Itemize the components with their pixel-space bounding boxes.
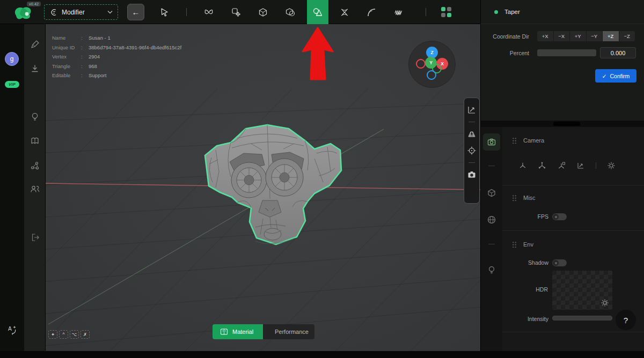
world-tab-icon[interactable] — [487, 215, 496, 225]
object-tab-icon[interactable] — [487, 188, 496, 198]
shadow-toggle-off[interactable] — [552, 259, 567, 266]
taper-icon — [312, 7, 323, 18]
help-button[interactable]: ? — [616, 310, 636, 330]
download-icon[interactable] — [30, 64, 40, 73]
boolean-tool-button[interactable] — [280, 0, 301, 24]
hdr-gear-icon[interactable] — [601, 299, 609, 307]
camera-axis-icon-2[interactable] — [538, 161, 546, 170]
taper-panel-title: Taper — [504, 9, 520, 15]
info-row: Name:Susan - 1 — [52, 33, 181, 43]
deform-tool-button[interactable] — [198, 0, 219, 24]
camera-section-header[interactable]: Camera — [512, 137, 544, 144]
library-grid-button[interactable] — [435, 0, 457, 24]
cube-icon — [258, 7, 268, 18]
material-icon — [220, 328, 228, 335]
bend-tool-button[interactable] — [361, 0, 382, 24]
shadow-label: Shadow — [502, 259, 548, 266]
dir-minus-z[interactable]: −Z — [619, 31, 635, 41]
measure-axis-icon[interactable] — [467, 105, 477, 115]
dir-minus-x[interactable]: −X — [554, 31, 570, 41]
misc-section-header[interactable]: Misc — [512, 195, 536, 201]
hdr-swatch[interactable] — [552, 271, 612, 310]
properties-tab-strip — [481, 127, 502, 351]
noise-icon — [393, 7, 404, 18]
twist-icon — [339, 7, 350, 18]
info-row: Editable:Support — [52, 71, 181, 80]
dir-plus-y[interactable]: +Y — [570, 31, 586, 41]
transform-tool-button[interactable] — [225, 0, 247, 24]
tab-material[interactable]: Material — [213, 324, 263, 339]
fps-label: FPS — [502, 213, 548, 220]
back-arrow-icon: ← — [132, 8, 140, 17]
grid-plane-icon[interactable] — [467, 129, 477, 139]
camera-tab-active[interactable] — [483, 133, 500, 151]
info-row: Triangle:968 — [52, 62, 181, 71]
toolbar-divider — [469, 122, 475, 122]
grid-dots-icon — [441, 7, 451, 17]
pen-tool-icon[interactable] — [30, 40, 40, 49]
back-button[interactable]: ← — [127, 4, 144, 20]
orientation-gizmo[interactable]: Z Y X — [408, 41, 456, 88]
language-icon[interactable]: A — [7, 325, 17, 335]
intensity-label: Intensity — [502, 316, 548, 322]
modifier-icon — [50, 9, 57, 16]
camera-axis-icon-3[interactable] — [557, 161, 566, 170]
logout-icon[interactable] — [30, 233, 40, 242]
vip-badge[interactable]: VIP — [5, 81, 19, 88]
render-mode-tabs: Material Performance — [213, 324, 314, 339]
object-info-panel: Name:Susan - 1 Unique ID:38b6d794-37a8-4… — [52, 33, 181, 80]
confirm-button[interactable]: ✓ Confirm — [595, 69, 636, 83]
dir-minus-y[interactable]: −Y — [587, 31, 603, 41]
drag-handle-icon[interactable] — [512, 241, 517, 248]
focus-crosshair-icon[interactable] — [467, 146, 477, 155]
viewport-3d[interactable]: Name:Susan - 1 Unique ID:38b6d794-37a8-4… — [46, 24, 480, 351]
chin — [264, 228, 281, 240]
suzanne-model[interactable] — [200, 122, 345, 251]
dir-plus-x[interactable]: +X — [537, 31, 553, 41]
camera-axis-icon-1[interactable] — [518, 161, 527, 170]
version-badge: v0.42 — [27, 2, 41, 6]
modifier-dropdown[interactable]: Modifier — [44, 4, 118, 20]
mesh-tool-button[interactable] — [252, 0, 274, 24]
bend-icon — [366, 7, 377, 18]
gizmo-z-negative[interactable] — [427, 70, 436, 80]
avatar[interactable]: g — [5, 52, 19, 66]
hotkey-alt: ⌥ — [70, 330, 79, 339]
toolbar-divider — [426, 8, 426, 16]
lamp-icon[interactable] — [30, 112, 40, 122]
camera-snapshot-icon[interactable] — [467, 170, 477, 180]
camera-axis-icon-4[interactable] — [576, 161, 585, 170]
hdr-label: HDR — [502, 286, 548, 293]
toolbar-divider — [469, 162, 475, 163]
taper-panel-header: Taper — [481, 0, 644, 24]
modifier-panel: Taper Coordinate Dir +X −X +Y −Y +Z −Z P… — [480, 0, 644, 351]
strip-divider — [488, 166, 495, 166]
noise-tool-button[interactable] — [388, 0, 409, 24]
camera-tab-icon — [487, 137, 496, 147]
env-section-header[interactable]: Env — [512, 241, 533, 248]
cube-circle-icon — [285, 7, 296, 18]
coordinate-dir-segmented: +X −X +Y −Y +Z −Z — [537, 31, 635, 41]
tab-performance[interactable]: Performance — [263, 324, 314, 339]
users-icon[interactable] — [30, 184, 40, 194]
chevron-down-icon — [107, 10, 113, 14]
light-tab-icon[interactable] — [487, 265, 496, 275]
percent-slider[interactable] — [537, 49, 596, 56]
drag-handle-icon[interactable] — [512, 195, 517, 201]
drag-handle-icon[interactable] — [512, 137, 517, 144]
fps-toggle-off[interactable] — [552, 213, 567, 220]
twist-tool-button[interactable] — [334, 0, 355, 24]
account-sidebar: g VIP A — [0, 24, 24, 351]
taper-tool-button-active[interactable] — [307, 0, 328, 24]
book-icon[interactable] — [30, 136, 40, 146]
eye-right — [266, 159, 303, 196]
intensity-slider[interactable] — [552, 316, 612, 320]
select-tool-button[interactable] — [153, 0, 175, 24]
dir-plus-z-selected[interactable]: +Z — [603, 31, 619, 41]
percent-value-input[interactable]: 0.000 — [600, 47, 636, 58]
share-nodes-icon[interactable] — [30, 161, 40, 170]
annotation-arrow-up — [302, 27, 334, 82]
gizmo-x-negative[interactable] — [416, 59, 426, 69]
camera-settings-gear-icon[interactable] — [607, 161, 616, 170]
panel-scroll-handle[interactable] — [553, 122, 580, 126]
